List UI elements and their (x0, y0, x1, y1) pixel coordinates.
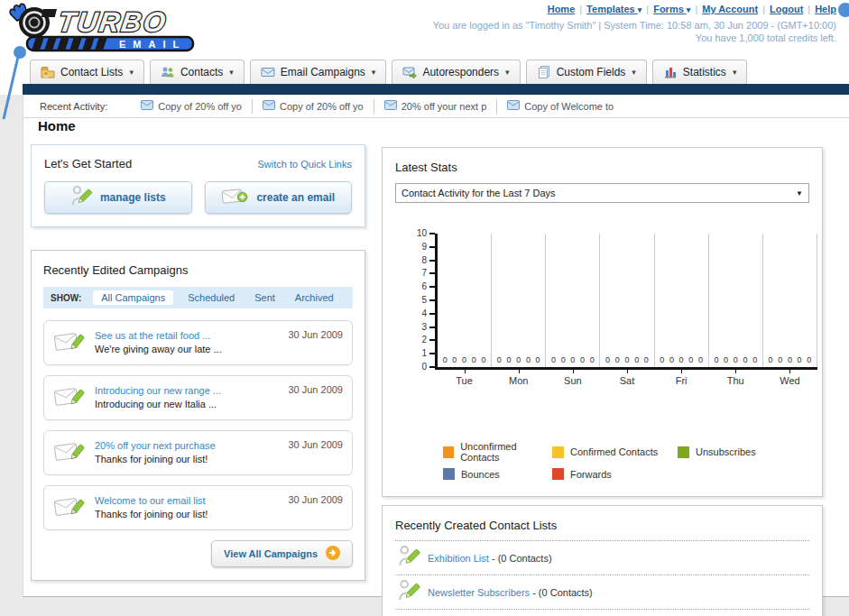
chevron-down-icon: ▾ (733, 68, 737, 77)
campaign-row[interactable]: Introducing our new range ...Introducing… (43, 375, 353, 420)
campaign-edit-icon (53, 383, 86, 412)
recent-activity-item[interactable]: Copy of 20% off yo (252, 99, 374, 114)
contact-list-edit-icon (397, 546, 420, 570)
left-column: Let's Get Started Switch to Quick Links … (31, 144, 365, 581)
stats-period-select[interactable]: Contact Activity for the Last 7 Days ▼ (395, 183, 809, 203)
campaign-row[interactable]: Welcome to our email listThanks for join… (43, 485, 353, 530)
campaign-row[interactable]: 20% off your next purchaseThanks for joi… (43, 430, 353, 475)
contact-list-row[interactable]: Exhibition List - (0 Contacts) (395, 541, 809, 575)
tab-contacts[interactable]: Contacts▾ (150, 60, 245, 84)
contact-list-link[interactable]: Newsletter Subscribers (428, 587, 530, 598)
legend-swatch (443, 446, 454, 458)
top-nav-help[interactable]: Help (815, 4, 836, 14)
campaign-date: 30 Jun 2009 (288, 494, 343, 505)
top-nav-templates[interactable]: Templates ▾ (586, 4, 641, 14)
manage-lists-icon (70, 186, 92, 210)
tab-autoresponders[interactable]: Autoresponders▾ (392, 60, 520, 84)
show-label: SHOW: (51, 293, 81, 303)
campaigns-panel-title: Recently Edited Campaigns (43, 263, 188, 277)
manage-lists-button[interactable]: manage lists (44, 181, 192, 214)
recently-edited-campaigns-panel: Recently Edited Campaigns SHOW: All Camp… (31, 250, 365, 581)
campaign-title-link[interactable]: Introducing our new range ... (95, 384, 221, 398)
tab-contact-lists[interactable]: Contact Lists▾ (30, 60, 144, 84)
recent-activity-item[interactable]: Copy of Welcome to (496, 99, 623, 114)
contact-list-link[interactable]: Exhibition List (428, 553, 489, 564)
chart-plot-area: 00000 Tue 00000 Mon 00000 Sun 00000 Sat … (435, 234, 817, 370)
email-icon (384, 100, 397, 112)
email-icon (263, 100, 275, 112)
view-all-campaigns-button[interactable]: View All Campaigns (211, 540, 353, 567)
campaign-title-link[interactable]: Welcome to our email list (95, 494, 208, 508)
contact-list-count: - (0 Contacts) (489, 553, 552, 564)
legend-swatch (678, 446, 689, 458)
campaign-subtitle: Thanks for joining our list! (95, 508, 208, 521)
contact-lists-icon (41, 65, 55, 79)
tab-email-campaigns[interactable]: Email Campaigns▾ (250, 60, 387, 84)
campaign-filter-bar: SHOW: All CampaignsScheduledSentArchived (43, 287, 353, 308)
statistics-icon (663, 65, 678, 79)
tab-statistics[interactable]: Statistics▾ (652, 60, 748, 84)
top-nav-home[interactable]: Home (548, 4, 576, 14)
chevron-down-icon: ▼ (796, 189, 803, 198)
tab-custom-fields[interactable]: Custom Fields▾ (526, 60, 647, 84)
credits-text: You have 1,000 total credits left. (433, 32, 836, 44)
filter-tab-all-campaigns[interactable]: All Campaigns (93, 290, 173, 305)
chevron-down-icon: ▾ (638, 5, 642, 14)
x-axis-label: Sun (546, 375, 599, 386)
y-axis-label: 5 (421, 295, 427, 305)
y-axis-label: 0 (421, 362, 427, 372)
campaign-edit-icon (53, 328, 86, 357)
create-an-email-button[interactable]: create an email (205, 181, 353, 214)
top-nav-my-account[interactable]: My Account (702, 4, 758, 14)
contacts-icon (161, 65, 175, 79)
y-axis-label: 4 (421, 308, 427, 318)
contact-list-count: - (0 Contacts) (530, 587, 593, 598)
separator: | (807, 4, 810, 14)
contact-lists-panel-title: Recently Created Contact Lists (395, 519, 557, 532)
custom-fields-icon (537, 65, 551, 79)
value-labels: 00000 (438, 355, 491, 364)
stats-panel-title: Latest Stats (395, 161, 457, 174)
recent-activity-items: Copy of 20% off yoCopy of 20% off yo20% … (131, 95, 623, 117)
legend-item: Confirmed Contacts (552, 441, 678, 463)
filter-tab-sent[interactable]: Sent (249, 290, 281, 305)
x-axis-label: Wed (763, 375, 817, 386)
separator: | (695, 4, 697, 14)
top-nav-forms[interactable]: Forms ▾ (653, 4, 690, 14)
switch-to-quick-links-link[interactable]: Switch to Quick Links (257, 159, 352, 170)
campaign-edit-icon (53, 438, 86, 467)
x-axis-label: Fri (655, 375, 708, 386)
campaign-title-link[interactable]: See us at the retail food ... (95, 329, 222, 343)
top-nav: Home|Templates ▾|Forms ▾|My Account|Logo… (548, 4, 836, 14)
autoresponders-icon (402, 65, 417, 79)
chevron-down-icon: ▾ (229, 68, 234, 77)
campaign-row[interactable]: See us at the retail food ...We're givin… (43, 320, 353, 365)
main-nav-tabs: Contact Lists▾Contacts▾Email Campaigns▾A… (30, 60, 747, 84)
page-title: Home (38, 118, 76, 133)
campaign-title-link[interactable]: 20% off your next purchase (95, 439, 216, 453)
campaign-edit-icon (53, 493, 86, 522)
contact-list-edit-icon (397, 580, 420, 604)
arrow-right-icon (326, 546, 340, 562)
x-axis-label: Sat (600, 375, 653, 386)
value-labels: 00000 (763, 355, 817, 364)
contact-list-row[interactable]: Newsletter Subscribers - (0 Contacts) (395, 575, 809, 610)
create-email-icon (221, 186, 248, 209)
recent-activity-item[interactable]: 20% off your next p (374, 99, 497, 114)
filter-tab-archived[interactable]: Archived (290, 290, 339, 305)
legend-item: Unconfirmed Contacts (443, 441, 552, 463)
campaign-date: 30 Jun 2009 (288, 439, 343, 450)
legend-swatch (443, 468, 455, 480)
campaign-date: 30 Jun 2009 (288, 384, 343, 395)
recently-created-contact-lists-panel: Recently Created Contact Lists Exhibitio… (382, 505, 823, 616)
filter-tab-scheduled[interactable]: Scheduled (182, 290, 240, 305)
top-nav-logout[interactable]: Logout (770, 4, 803, 14)
main-content: Recent Activity: Copy of 20% off yoCopy … (23, 95, 849, 597)
separator: | (762, 4, 765, 14)
contact-list-rows: Exhibition List - (0 Contacts) Newslette… (395, 541, 809, 610)
value-labels: 00000 (709, 355, 762, 364)
x-axis-label: Mon (492, 375, 545, 386)
campaign-subtitle: Thanks for joining our list! (95, 453, 216, 466)
recent-activity-item[interactable]: Copy of 20% off yo (131, 99, 252, 114)
y-axis-label: 6 (421, 281, 427, 291)
